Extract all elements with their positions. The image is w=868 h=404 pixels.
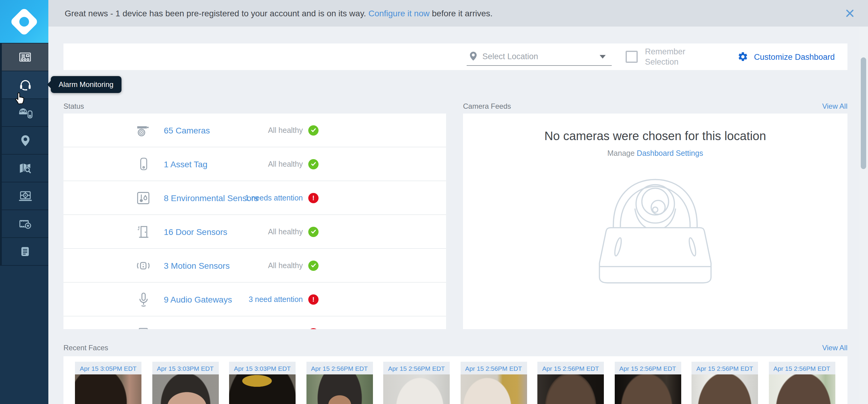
face-card[interactable]: Apr 15 2:56PM EDT xyxy=(769,362,835,404)
face-timestamp[interactable]: Apr 15 2:56PM EDT xyxy=(537,362,604,374)
face-thumbnail[interactable] xyxy=(769,374,835,404)
face-timestamp[interactable]: Apr 15 3:03PM EDT xyxy=(229,362,296,374)
face-thumbnail[interactable] xyxy=(614,374,681,404)
face-timestamp[interactable]: Apr 15 2:56PM EDT xyxy=(691,362,758,374)
configure-it-now-link[interactable]: Configure it now xyxy=(368,8,430,18)
sidebar-item-clips[interactable] xyxy=(0,209,49,237)
camera-feeds-view-all-link[interactable]: View All xyxy=(787,102,847,110)
devices-icon xyxy=(17,105,33,120)
face-timestamp[interactable]: Apr 15 2:56PM EDT xyxy=(460,362,527,374)
status-row-motion-sensors[interactable]: 3 Motion Sensors All healthy xyxy=(63,249,446,282)
scrollbar-thumb[interactable] xyxy=(861,57,866,169)
alarm-monitoring-icon xyxy=(18,77,32,92)
scrollbar-track[interactable] xyxy=(859,27,868,404)
status-health-text: All healthy xyxy=(122,160,303,168)
status-row-environmental-sensors[interactable]: 8 Environmental Sensors 1 needs attentio… xyxy=(63,181,446,215)
location-pin-icon xyxy=(468,50,479,62)
location-select[interactable]: Select Location xyxy=(467,43,612,70)
face-timestamp[interactable]: Apr 15 2:56PM EDT xyxy=(769,362,835,374)
status-panel: 65 Cameras All healthy 1 Asset Tag All h… xyxy=(63,113,446,329)
banner-text-after: before it arrives. xyxy=(430,8,493,18)
face-thumbnail[interactable] xyxy=(229,374,296,404)
face-thumbnail[interactable] xyxy=(537,374,604,404)
no-cameras-message: No cameras were chosen for this location xyxy=(463,129,847,143)
sidebar-item-video-walls[interactable] xyxy=(0,182,49,209)
location-pin-icon xyxy=(19,134,32,147)
remember-selection-control: Remember Selection xyxy=(626,43,694,70)
face-card[interactable]: Apr 15 2:56PM EDT xyxy=(537,362,604,404)
face-thumbnail[interactable] xyxy=(460,374,527,404)
face-timestamp[interactable]: Apr 15 2:56PM EDT xyxy=(383,362,450,374)
close-icon[interactable] xyxy=(845,8,855,18)
hub-icon xyxy=(135,325,152,329)
hand-cursor-icon xyxy=(14,91,27,105)
camera-feeds-panel: No cameras were chosen for this location… xyxy=(463,113,847,329)
brand-diamond-icon xyxy=(10,7,39,36)
status-attention-link[interactable]: 3 need attention xyxy=(122,295,303,303)
face-timestamp[interactable]: Apr 15 3:03PM EDT xyxy=(152,362,218,374)
customize-dashboard-button[interactable]: Customize Dashboard xyxy=(738,43,835,70)
notification-banner: Great news - 1 device has been pre-regis… xyxy=(49,0,868,27)
clips-icon xyxy=(18,217,32,231)
dome-camera-illustration xyxy=(463,168,847,289)
face-thumbnail[interactable] xyxy=(306,374,373,404)
face-card[interactable]: Apr 15 2:56PM EDT xyxy=(614,362,681,404)
status-health-text: All healthy xyxy=(122,261,303,270)
sidebar-item-dashboard[interactable] xyxy=(0,43,49,71)
manage-prefix: Manage xyxy=(608,149,637,158)
status-row-door-sensors[interactable]: 16 Door Sensors All healthy xyxy=(63,215,446,249)
face-thumbnail[interactable] xyxy=(691,374,758,404)
sidebar-item-locations[interactable] xyxy=(0,126,49,154)
status-row-asset-tag[interactable]: 1 Asset Tag All healthy xyxy=(63,147,446,181)
status-section-title: Status xyxy=(63,102,84,110)
status-row-cameras[interactable]: 65 Cameras All healthy xyxy=(63,113,446,147)
recent-faces-section-title: Recent Faces xyxy=(63,344,108,352)
healthy-check-icon xyxy=(308,159,318,169)
attention-alert-icon: ! xyxy=(308,328,318,329)
camera-feeds-section-title: Camera Feeds xyxy=(463,102,511,110)
face-card[interactable]: Apr 15 3:03PM EDT xyxy=(152,362,218,404)
status-health-text: All healthy xyxy=(122,126,303,134)
healthy-check-icon xyxy=(308,227,318,237)
sidebar-item-logs[interactable] xyxy=(0,237,49,265)
face-thumbnail[interactable] xyxy=(152,374,218,404)
face-card[interactable]: Apr 15 2:56PM EDT xyxy=(383,362,450,404)
face-timestamp[interactable]: Apr 15 3:05PM EDT xyxy=(75,362,142,374)
face-card[interactable]: Apr 15 2:56PM EDT xyxy=(691,362,758,404)
face-card[interactable]: Apr 15 2:56PM EDT xyxy=(306,362,373,404)
recent-faces-view-all-link[interactable]: View All xyxy=(787,344,847,352)
status-attention-link[interactable]: 1 needs attention xyxy=(122,194,303,202)
location-select-underline xyxy=(467,65,612,66)
customize-dashboard-label: Customize Dashboard xyxy=(754,52,835,61)
banner-text-before: Great news - 1 device has been pre-regis… xyxy=(65,8,368,18)
tooltip-label: Alarm Monitoring xyxy=(59,80,113,89)
attention-alert-icon: ! xyxy=(308,294,318,304)
status-health-text: All healthy xyxy=(122,227,303,236)
logs-icon xyxy=(19,245,31,258)
healthy-check-icon xyxy=(308,125,318,135)
face-thumbnail[interactable] xyxy=(75,374,142,404)
faces-strip: Apr 15 3:05PM EDT Apr 15 3:03PM EDT Apr … xyxy=(63,356,847,404)
status-row-audio-gateways[interactable]: 9 Audio Gateways 3 need attention ! xyxy=(63,282,446,316)
brand-logo[interactable] xyxy=(0,0,49,43)
manage-settings-line: Manage Dashboard Settings xyxy=(463,149,847,158)
face-card[interactable]: Apr 15 2:56PM EDT xyxy=(460,362,527,404)
face-card[interactable]: Apr 15 3:05PM EDT xyxy=(75,362,142,404)
map-search-icon xyxy=(18,161,32,175)
dashboard-settings-link[interactable]: Dashboard Settings xyxy=(637,149,703,158)
location-select-placeholder: Select Location xyxy=(483,52,538,61)
dashboard-toolbar: Select Location Remember Selection Custo… xyxy=(63,43,847,70)
face-thumbnail[interactable] xyxy=(383,374,450,404)
remember-selection-checkbox[interactable] xyxy=(626,51,638,63)
face-card[interactable]: Apr 15 3:03PM EDT xyxy=(229,362,296,404)
tooltip-arrow xyxy=(47,80,56,89)
status-row-partial[interactable]: ! xyxy=(63,316,446,329)
app-window: Great news - 1 device has been pre-regis… xyxy=(0,0,868,404)
sidebar-item-maps[interactable] xyxy=(0,154,49,182)
face-timestamp[interactable]: Apr 15 2:56PM EDT xyxy=(306,362,373,374)
face-timestamp[interactable]: Apr 15 2:56PM EDT xyxy=(614,362,681,374)
tooltip-alarm-monitoring: Alarm Monitoring xyxy=(51,76,121,93)
chevron-down-icon xyxy=(600,55,606,59)
recent-faces-panel: Apr 15 3:05PM EDT Apr 15 3:03PM EDT Apr … xyxy=(63,356,847,404)
dashboard-icon xyxy=(18,50,32,64)
